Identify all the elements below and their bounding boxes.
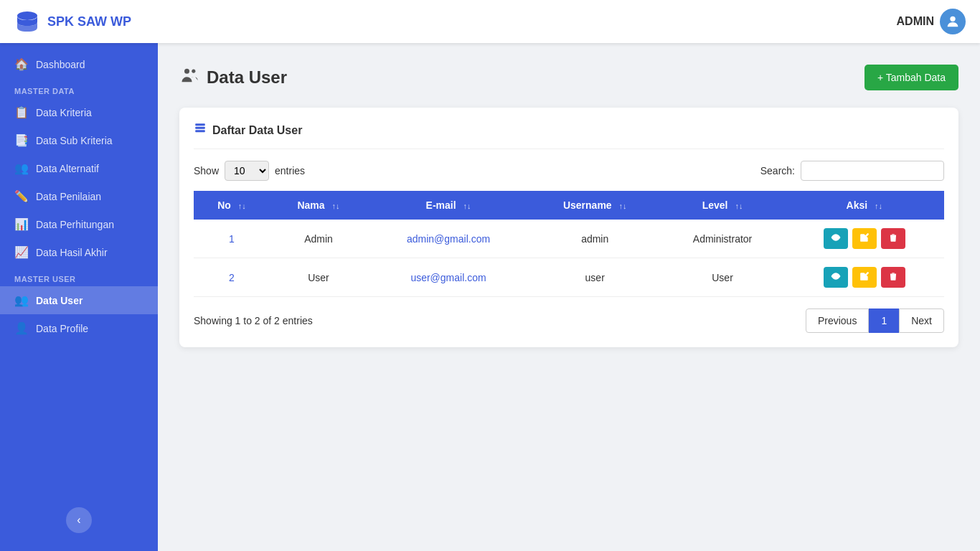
- action-buttons: [795, 228, 934, 249]
- sidebar-item-data-user[interactable]: 👥 Data User: [0, 286, 158, 314]
- main-content: Data User + Tambah Data Daftar Data User: [158, 43, 980, 551]
- sidebar-item-label: Dashboard: [36, 59, 85, 70]
- sidebar-item-data-hasil-akhir[interactable]: 📈 Data Hasil Akhir: [0, 238, 158, 266]
- view-button[interactable]: [824, 228, 848, 249]
- perhitungan-icon: 📊: [14, 217, 29, 231]
- alternatif-icon: 👥: [14, 161, 29, 175]
- sidebar-item-data-alternatif[interactable]: 👥 Data Alternatif: [0, 154, 158, 182]
- col-no: No ↑↓: [194, 191, 270, 220]
- cell-email: admin@gmail.com: [367, 220, 529, 258]
- col-username: Username ↑↓: [529, 191, 661, 220]
- penilaian-icon: ✏️: [14, 189, 29, 203]
- pagination-info: Showing 1 to 2 of 2 entries: [194, 315, 313, 326]
- sidebar-item-label: Data User: [36, 295, 83, 306]
- search-input[interactable]: [801, 161, 944, 181]
- table-header-row: No ↑↓ Nama ↑↓ E-mail ↑↓ Username ↑↓ Leve…: [194, 191, 944, 220]
- col-email: E-mail ↑↓: [367, 191, 529, 220]
- sidebar-item-data-perhitungan[interactable]: 📊 Data Perhitungan: [0, 210, 158, 238]
- kriteria-icon: 📋: [14, 105, 29, 119]
- page-header: Data User + Tambah Data: [179, 65, 958, 90]
- col-nama: Nama ↑↓: [270, 191, 367, 220]
- hasil-akhir-icon: 📈: [14, 245, 29, 259]
- sidebar-item-label: Data Hasil Akhir: [36, 247, 108, 258]
- profile-icon: 👤: [14, 321, 29, 335]
- page-title: Data User: [179, 65, 287, 90]
- cell-aksi: [785, 258, 944, 297]
- table-row: 2 User user@gmail.com user User: [194, 258, 944, 297]
- sidebar-item-label: Data Profile: [36, 323, 88, 334]
- cell-nama: Admin: [270, 220, 367, 258]
- view-button[interactable]: [824, 267, 848, 288]
- user-info: ADMIN: [897, 9, 966, 34]
- show-label: Show: [194, 165, 219, 176]
- entries-select[interactable]: 10 25 50 100: [225, 161, 269, 181]
- svg-point-1: [950, 17, 955, 22]
- page-1-button[interactable]: 1: [869, 309, 899, 333]
- cell-nama: User: [270, 258, 367, 297]
- delete-button[interactable]: [881, 228, 905, 249]
- page-title-icon: [179, 65, 199, 90]
- pagination-row: Showing 1 to 2 of 2 entries Previous 1 N…: [194, 309, 944, 333]
- svg-rect-7: [195, 130, 205, 132]
- edit-button[interactable]: [852, 267, 877, 288]
- search-box: Search:: [760, 161, 944, 181]
- card-header-text: Daftar Data User: [212, 124, 302, 137]
- svg-point-8: [834, 236, 837, 239]
- add-user-button[interactable]: + Tambah Data: [864, 65, 958, 90]
- data-card: Daftar Data User Show 10 25 50 100 entri…: [179, 108, 958, 347]
- user-icon: 👥: [14, 293, 29, 307]
- sidebar-item-dashboard[interactable]: 🏠 Dashboard: [0, 50, 158, 78]
- search-label: Search:: [760, 165, 795, 176]
- action-buttons: [795, 267, 934, 288]
- cell-username: user: [529, 258, 661, 297]
- avatar: [940, 9, 966, 34]
- svg-point-9: [834, 275, 837, 278]
- sidebar-item-label: Data Penilaian: [36, 191, 101, 202]
- table-icon: [194, 122, 207, 138]
- sidebar-item-label: Data Sub Kriteria: [36, 135, 113, 146]
- sidebar-item-data-profile[interactable]: 👤 Data Profile: [0, 314, 158, 342]
- sidebar-item-label: Data Perhitungan: [36, 219, 114, 230]
- layout: 🏠 Dashboard MASTER DATA 📋 Data Kriteria …: [0, 43, 980, 551]
- cell-no: 2: [194, 258, 270, 297]
- sidebar-collapse-button[interactable]: ‹: [66, 507, 92, 533]
- sidebar-item-label: Data Alternatif: [36, 163, 99, 174]
- previous-button[interactable]: Previous: [806, 309, 869, 333]
- section-master-user: MASTER USER: [0, 266, 158, 286]
- svg-rect-6: [195, 127, 205, 129]
- entries-label: entries: [275, 165, 305, 176]
- dashboard-icon: 🏠: [14, 57, 29, 71]
- delete-button[interactable]: [881, 267, 905, 288]
- edit-button[interactable]: [852, 228, 877, 249]
- sidebar-toggle-area: ‹: [0, 496, 158, 544]
- sidebar-item-data-penilaian[interactable]: ✏️ Data Penilaian: [0, 182, 158, 210]
- sidebar: 🏠 Dashboard MASTER DATA 📋 Data Kriteria …: [0, 43, 158, 551]
- table-controls: Show 10 25 50 100 entries Search:: [194, 161, 944, 181]
- sidebar-item-data-kriteria[interactable]: 📋 Data Kriteria: [0, 98, 158, 126]
- svg-point-2: [184, 68, 189, 73]
- section-master-data: MASTER DATA: [0, 78, 158, 98]
- navbar: SPK SAW WP ADMIN: [0, 0, 980, 43]
- username-label: ADMIN: [897, 15, 934, 28]
- app-title: SPK SAW WP: [47, 14, 131, 29]
- next-button[interactable]: Next: [899, 309, 944, 333]
- db-icon: [14, 9, 40, 34]
- sidebar-item-label: Data Kriteria: [36, 107, 92, 118]
- sub-kriteria-icon: 📑: [14, 133, 29, 147]
- col-aksi: Aksi ↑↓: [785, 191, 944, 220]
- table-row: 1 Admin admin@gmail.com admin Administra…: [194, 220, 944, 258]
- col-level: Level ↑↓: [661, 191, 785, 220]
- card-header: Daftar Data User: [194, 122, 944, 149]
- svg-point-0: [17, 11, 37, 20]
- cell-aksi: [785, 220, 944, 258]
- brand: SPK SAW WP: [14, 9, 131, 34]
- cell-no: 1: [194, 220, 270, 258]
- page-title-text: Data User: [207, 67, 287, 88]
- cell-level: Administrator: [661, 220, 785, 258]
- sidebar-item-data-sub-kriteria[interactable]: 📑 Data Sub Kriteria: [0, 126, 158, 154]
- data-table: No ↑↓ Nama ↑↓ E-mail ↑↓ Username ↑↓ Leve…: [194, 191, 944, 297]
- cell-username: admin: [529, 220, 661, 258]
- cell-email: user@gmail.com: [367, 258, 529, 297]
- show-entries: Show 10 25 50 100 entries: [194, 161, 305, 181]
- cell-level: User: [661, 258, 785, 297]
